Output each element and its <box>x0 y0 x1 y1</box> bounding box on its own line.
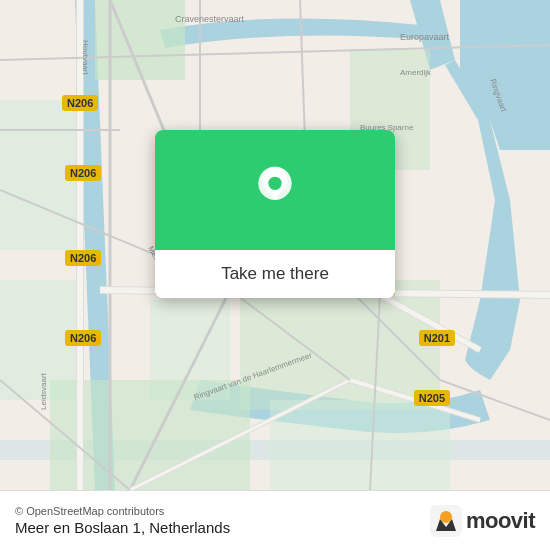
moovit-icon <box>430 505 462 537</box>
svg-text:Leidsvaart: Leidsvaart <box>39 372 48 410</box>
location-pin-icon <box>250 165 300 215</box>
svg-point-45 <box>440 511 452 523</box>
svg-point-43 <box>268 177 281 190</box>
bottom-bar: © OpenStreetMap contributors Meer en Bos… <box>0 490 550 550</box>
road-badge-n206-4: N206 <box>65 330 101 346</box>
svg-rect-4 <box>240 280 440 410</box>
svg-text:Houtvaart: Houtvaart <box>81 40 90 75</box>
road-badge-n201-2: N201 <box>419 330 455 346</box>
bottom-left-info: © OpenStreetMap contributors Meer en Bos… <box>15 505 230 536</box>
svg-rect-7 <box>270 400 450 490</box>
svg-text:Cravenestervaart: Cravenestervaart <box>175 14 245 24</box>
take-me-there-button[interactable]: Take me there <box>155 250 395 298</box>
road-badge-n206-3: N206 <box>65 250 101 266</box>
road-badge-n206-2: N206 <box>65 165 101 181</box>
popup-green-area <box>155 130 395 250</box>
osm-credit: © OpenStreetMap contributors <box>15 505 230 517</box>
road-badge-n206-1: N206 <box>62 95 98 111</box>
svg-text:Amerdijk: Amerdijk <box>400 68 432 77</box>
svg-text:Europavaart: Europavaart <box>400 32 450 42</box>
road-badge-n205: N205 <box>414 390 450 406</box>
map-container: Cravenestervaart Europavaart Ringvaart H… <box>0 0 550 490</box>
location-popup: Take me there <box>155 130 395 298</box>
location-name: Meer en Boslaan 1, Netherlands <box>15 519 230 536</box>
moovit-brand-label: moovit <box>466 508 535 534</box>
moovit-logo: moovit <box>430 505 535 537</box>
